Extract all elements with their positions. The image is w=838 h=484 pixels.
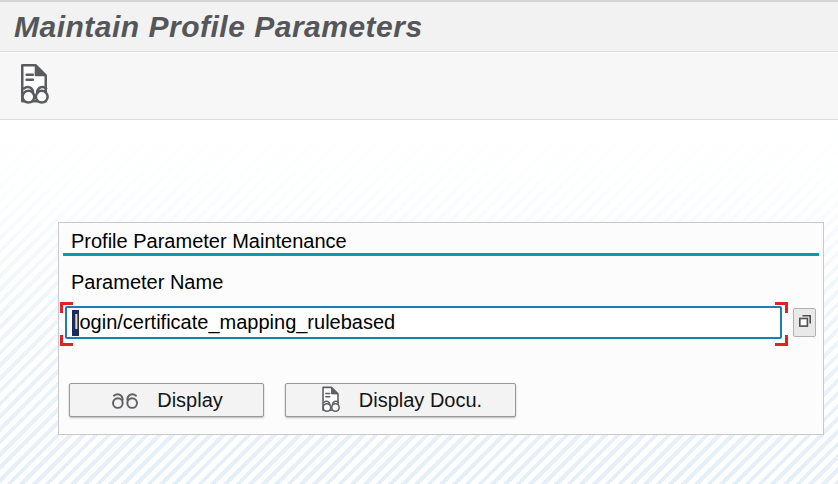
parameter-name-value: ogin/certificate_mapping_rulebased <box>79 311 395 334</box>
button-row: Display Display Do <box>59 383 823 419</box>
page-title: Maintain Profile Parameters <box>14 10 423 44</box>
value-help-button[interactable] <box>793 308 816 337</box>
sap-window: Maintain Profile Parameters Profile Para… <box>0 0 838 484</box>
parameter-name-input[interactable]: login/certificate_mapping_rulebased <box>65 306 782 339</box>
document-glasses-icon <box>16 63 52 110</box>
panel-heading: Profile Parameter Maintenance <box>71 230 347 253</box>
content-area: Profile Parameter Maintenance Parameter … <box>0 121 838 484</box>
text-cursor: l <box>72 310 79 336</box>
display-button[interactable]: Display <box>69 383 264 417</box>
glasses-icon <box>110 391 140 410</box>
display-button-label: Display <box>157 389 223 412</box>
application-toolbar <box>0 53 838 120</box>
document-glasses-icon <box>319 386 342 414</box>
overlapping-squares-icon <box>798 314 812 331</box>
accent-rule <box>63 253 819 256</box>
titlebar: Maintain Profile Parameters <box>0 0 838 52</box>
profile-parameter-panel: Profile Parameter Maintenance Parameter … <box>58 222 824 435</box>
parameter-name-label: Parameter Name <box>71 271 223 294</box>
display-docu-button[interactable]: Display Docu. <box>285 383 516 417</box>
display-docu-button-label: Display Docu. <box>359 389 482 412</box>
display-docu-toolbar-button[interactable] <box>12 61 56 111</box>
